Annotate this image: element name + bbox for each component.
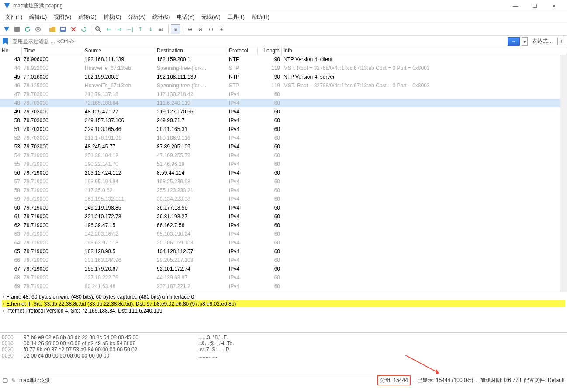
packet-row[interactable]: 5479.719000251.38.104.1247.169.255.79IPv…	[0, 151, 567, 160]
svg-line-6	[99, 30, 101, 32]
titlebar: mac地址泛洪.pcapng — ☐ ✕	[0, 0, 567, 12]
packet-scrollbar[interactable]	[560, 55, 567, 292]
col-info[interactable]: Info	[282, 47, 567, 55]
hex-row[interactable]: 0020f0 77 9b e0 37 e2 07 53 a9 84 00 00 …	[2, 347, 565, 353]
menubar: 文件(F) 编辑(E) 视图(V) 跳转(G) 捕获(C) 分析(A) 统计(S…	[0, 12, 567, 23]
expand-icon[interactable]: ›	[3, 301, 4, 307]
autoscroll-icon[interactable]: ≡↓	[156, 24, 166, 34]
packet-row[interactable]: 4577.016000162.159.200.1192.168.111.139N…	[0, 72, 567, 81]
packet-row[interactable]: 6979.71900080.241.63.46237.187.221.2IPv4…	[0, 282, 567, 291]
packet-row[interactable]: 5579.719000190.22.141.7052.46.96.29IPv46…	[0, 160, 567, 168]
detail-row[interactable]: ›Internet Protocol Version 4, Src: 72.16…	[2, 307, 565, 314]
hex-row[interactable]: 001000 14 26 99 00 00 40 06 ef d3 48 a5 …	[2, 340, 565, 347]
display-filter-input[interactable]	[10, 38, 506, 45]
expression-label[interactable]: 表达式…	[529, 38, 556, 45]
packet-row[interactable]: 4376.906000192.168.111.139162.159.200.1N…	[0, 55, 567, 64]
filter-dropdown[interactable]: ▾	[522, 37, 528, 46]
packet-row[interactable]: 6379.719000142.203.167.295.103.190.24IPv…	[0, 230, 567, 238]
packet-row[interactable]: 5779.719000193.95.194.94198.25.230.98IPv…	[0, 177, 567, 186]
packet-row[interactable]: 6779.719000155.179.20.6792.101.172.74IPv…	[0, 265, 567, 273]
next-icon[interactable]: ⇒	[114, 24, 124, 34]
first-icon[interactable]: ⤒	[135, 24, 145, 34]
col-destination[interactable]: Destination	[155, 47, 227, 55]
menu-file[interactable]: 文件(F)	[2, 13, 26, 22]
add-filter-button[interactable]: +	[557, 38, 565, 45]
menu-view[interactable]: 视图(V)	[50, 13, 75, 22]
col-length[interactable]: Length	[258, 47, 282, 55]
last-icon[interactable]: ⤓	[146, 24, 156, 34]
packet-row[interactable]: 6879.719000127.10.222.7644.139.63.97IPv4…	[0, 273, 567, 282]
packet-row[interactable]: 5879.719000117.35.0.62255.123.233.21IPv4…	[0, 186, 567, 195]
packet-row[interactable]: 5679.719000203.127.24.1128.59.44.114IPv4…	[0, 168, 567, 177]
open-icon[interactable]	[48, 24, 57, 34]
packet-row[interactable]: 6279.719000196.39.47.1566.162.7.56IPv460	[0, 221, 567, 230]
restart-capture-icon[interactable]	[23, 24, 32, 34]
packet-row[interactable]: 5079.703000249.157.137.106249.90.71.7IPv…	[0, 116, 567, 125]
packet-row[interactable]: 5979.719000161.195.132.11130.134.223.38I…	[0, 195, 567, 203]
zoom-reset-icon[interactable]: ⊙	[206, 24, 216, 34]
col-no[interactable]: No.	[0, 47, 22, 55]
expand-icon[interactable]: ›	[3, 308, 4, 314]
packet-row[interactable]: 6679.719000103.163.144.9629.205.217.103I…	[0, 256, 567, 265]
menu-analyze[interactable]: 分析(A)	[124, 13, 149, 22]
packet-details[interactable]: ›Frame 48: 60 bytes on wire (480 bits), …	[0, 292, 567, 332]
close-button[interactable]: ✕	[544, 0, 564, 12]
menu-capture[interactable]: 捕获(C)	[100, 13, 125, 22]
col-protocol[interactable]: Protocol	[227, 47, 258, 55]
packet-row[interactable]: 5379.70300048.245.45.7787.89.205.109IPv4…	[0, 142, 567, 151]
expand-icon[interactable]: ›	[3, 294, 4, 300]
packet-row[interactable]: 6179.719000221.210.172.7326.81.193.27IPv…	[0, 212, 567, 221]
close-file-icon[interactable]	[69, 24, 78, 34]
minimize-button[interactable]: —	[506, 0, 525, 12]
menu-go[interactable]: 跳转(G)	[75, 13, 100, 22]
packet-row[interactable]: 4476.922000HuaweiTe_67:13:ebSpanning-tre…	[0, 64, 567, 72]
menu-help[interactable]: 帮助(H)	[248, 13, 273, 22]
packet-row[interactable]: 6579.719000162.128.98.5104.128.112.57IPv…	[0, 247, 567, 256]
hex-row[interactable]: 000097 b8 e9 02 e6 8b 33 db 22 38 8c 5d …	[2, 334, 565, 340]
status-file: mac地址泛洪	[19, 377, 50, 384]
expert-info-icon[interactable]	[3, 378, 8, 383]
packet-row[interactable]: 4979.70300048.125.47.127219.127.170.56IP…	[0, 107, 567, 116]
detail-row[interactable]: ›Ethernet II, Src: 33:db:22:38:8c:5d (33…	[2, 300, 565, 307]
maximize-button[interactable]: ☐	[525, 0, 544, 12]
menu-edit[interactable]: 编辑(E)	[26, 13, 50, 22]
detail-row[interactable]: ›Frame 48: 60 bytes on wire (480 bits), …	[2, 293, 565, 300]
jump-icon[interactable]: →|	[125, 24, 135, 34]
column-headers: No. Time Source Destination Protocol Len…	[0, 47, 567, 55]
zoom-out-icon[interactable]: ⊖	[196, 24, 205, 34]
menu-tools[interactable]: 工具(T)	[224, 13, 248, 22]
bookmark-icon[interactable]	[2, 38, 9, 45]
status-profile: 配置文件: Default	[524, 377, 564, 384]
svg-point-2	[37, 28, 39, 30]
packet-row[interactable]: 6079.719000149.219.198.8536.177.13.56IPv…	[0, 203, 567, 212]
stop-capture-icon[interactable]	[12, 24, 22, 34]
status-displayed: 已显示: 15444 (100.0%)	[417, 377, 473, 384]
packet-bytes[interactable]: 000097 b8 e9 02 e6 8b 33 db 22 38 8c 5d …	[0, 332, 567, 375]
menu-telephony[interactable]: 电话(Y)	[173, 13, 198, 22]
find-icon[interactable]	[93, 24, 103, 34]
resize-columns-icon[interactable]: ⊞	[217, 24, 226, 34]
col-source[interactable]: Source	[83, 47, 155, 55]
packet-row[interactable]: 6479.719000158.63.97.11830.106.159.103IP…	[0, 238, 567, 247]
packet-row[interactable]: 5179.703000229.103.165.4638.11.165.31IPv…	[0, 125, 567, 134]
reload-icon[interactable]	[79, 24, 89, 34]
menu-wireless[interactable]: 无线(W)	[198, 13, 224, 22]
packet-row[interactable]: 4879.70300072.165.188.84111.6.240.119IPv…	[0, 99, 567, 107]
prev-icon[interactable]: ⇐	[104, 24, 114, 34]
packet-list[interactable]: 4376.906000192.168.111.139162.159.200.1N…	[0, 55, 567, 292]
statusbar: ✎ mac地址泛洪 分组: 15444 · 已显示: 15444 (100.0%…	[0, 375, 567, 386]
packet-row[interactable]: 4779.703000213.79.137.18117.130.218.42IP…	[0, 90, 567, 99]
start-capture-icon[interactable]	[2, 24, 11, 34]
packet-row[interactable]: 5279.703000211.178.191.91180.186.9.116IP…	[0, 134, 567, 142]
col-time[interactable]: Time	[22, 47, 83, 55]
edit-icon[interactable]: ✎	[11, 378, 16, 384]
save-icon[interactable]	[58, 24, 68, 34]
apply-filter-button[interactable]: →	[508, 37, 520, 46]
options-icon[interactable]	[33, 24, 43, 34]
colorize-icon[interactable]: ≡	[171, 24, 180, 34]
packet-row[interactable]: 4679.125000HuaweiTe_67:13:ebSpanning-tre…	[0, 81, 567, 90]
hex-row[interactable]: 003002 00 c4 d0 00 00 00 00 00 00 00 00.…	[2, 353, 565, 359]
menu-statistics[interactable]: 统计(S)	[149, 13, 173, 22]
svg-rect-0	[14, 27, 20, 32]
zoom-in-icon[interactable]: ⊕	[185, 24, 195, 34]
